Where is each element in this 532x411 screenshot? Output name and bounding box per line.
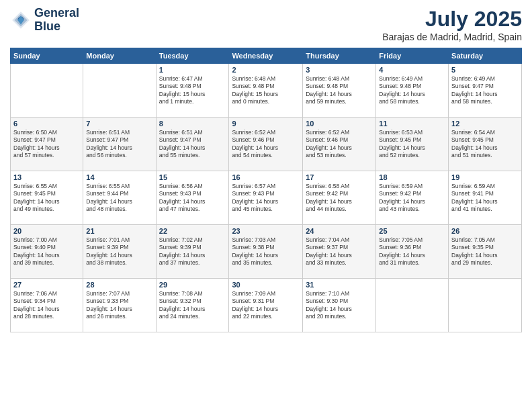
calendar-day-cell [83, 64, 156, 118]
day-info: Sunrise: 7:00 AM Sunset: 9:40 PM Dayligh… [13, 236, 80, 267]
day-number: 3 [306, 66, 373, 74]
day-number: 21 [86, 227, 152, 235]
day-info: Sunrise: 7:04 AM Sunset: 9:37 PM Dayligh… [306, 236, 373, 267]
day-info: Sunrise: 6:55 AM Sunset: 9:45 PM Dayligh… [13, 183, 80, 214]
location-title: Barajas de Madrid, Madrid, Spain [382, 32, 522, 42]
month-title: July 2025 [382, 7, 522, 32]
day-info: Sunrise: 6:55 AM Sunset: 9:44 PM Dayligh… [86, 183, 152, 214]
calendar-header-cell: Saturday [449, 48, 522, 64]
day-info: Sunrise: 7:06 AM Sunset: 9:34 PM Dayligh… [13, 290, 80, 321]
day-info: Sunrise: 6:51 AM Sunset: 9:47 PM Dayligh… [159, 129, 226, 160]
day-number: 29 [159, 281, 226, 289]
day-info: Sunrise: 6:53 AM Sunset: 9:45 PM Dayligh… [379, 129, 445, 160]
logo: General Blue [10, 7, 79, 34]
day-info: Sunrise: 6:49 AM Sunset: 9:48 PM Dayligh… [379, 75, 445, 106]
calendar-day-cell: 12Sunrise: 6:54 AM Sunset: 9:45 PM Dayli… [449, 118, 522, 171]
day-number: 16 [232, 173, 300, 181]
header: General Blue July 2025 Barajas de Madrid… [10, 7, 522, 42]
day-number: 8 [159, 120, 226, 128]
calendar-day-cell: 27Sunrise: 7:06 AM Sunset: 9:34 PM Dayli… [11, 279, 83, 332]
calendar-week-row: 13Sunrise: 6:55 AM Sunset: 9:45 PM Dayli… [11, 171, 522, 225]
calendar-day-cell: 26Sunrise: 7:05 AM Sunset: 9:35 PM Dayli… [449, 225, 522, 279]
calendar-day-cell: 13Sunrise: 6:55 AM Sunset: 9:45 PM Dayli… [11, 171, 83, 225]
calendar-day-cell: 7Sunrise: 6:51 AM Sunset: 9:47 PM Daylig… [83, 118, 156, 171]
calendar-day-cell: 22Sunrise: 7:02 AM Sunset: 9:39 PM Dayli… [156, 225, 229, 279]
day-info: Sunrise: 7:05 AM Sunset: 9:35 PM Dayligh… [451, 236, 519, 267]
day-info: Sunrise: 7:03 AM Sunset: 9:38 PM Dayligh… [232, 236, 300, 267]
day-number: 19 [451, 173, 519, 181]
day-number: 26 [451, 227, 519, 235]
title-block: July 2025 Barajas de Madrid, Madrid, Spa… [382, 7, 522, 42]
day-number: 9 [232, 120, 300, 128]
calendar-day-cell: 1Sunrise: 6:47 AM Sunset: 9:48 PM Daylig… [156, 64, 229, 118]
day-info: Sunrise: 7:10 AM Sunset: 9:30 PM Dayligh… [306, 290, 373, 321]
day-number: 31 [306, 281, 373, 289]
calendar-day-cell: 5Sunrise: 6:49 AM Sunset: 9:47 PM Daylig… [449, 64, 522, 118]
day-info: Sunrise: 6:51 AM Sunset: 9:47 PM Dayligh… [86, 129, 152, 160]
day-info: Sunrise: 7:01 AM Sunset: 9:39 PM Dayligh… [86, 236, 152, 267]
day-info: Sunrise: 6:52 AM Sunset: 9:46 PM Dayligh… [232, 129, 300, 160]
day-number: 18 [379, 173, 445, 181]
calendar-day-cell: 16Sunrise: 6:57 AM Sunset: 9:43 PM Dayli… [229, 171, 303, 225]
calendar-week-row: 27Sunrise: 7:06 AM Sunset: 9:34 PM Dayli… [11, 279, 522, 332]
day-number: 23 [232, 227, 300, 235]
day-number: 10 [306, 120, 373, 128]
day-number: 22 [159, 227, 226, 235]
day-info: Sunrise: 7:09 AM Sunset: 9:31 PM Dayligh… [232, 290, 300, 321]
calendar-header-cell: Tuesday [156, 48, 229, 64]
day-info: Sunrise: 6:58 AM Sunset: 9:42 PM Dayligh… [306, 183, 373, 214]
day-number: 20 [13, 227, 80, 235]
day-number: 27 [13, 281, 80, 289]
calendar-day-cell: 6Sunrise: 6:50 AM Sunset: 9:47 PM Daylig… [11, 118, 83, 171]
day-number: 15 [159, 173, 226, 181]
day-info: Sunrise: 6:54 AM Sunset: 9:45 PM Dayligh… [451, 129, 519, 160]
calendar-day-cell: 15Sunrise: 6:56 AM Sunset: 9:43 PM Dayli… [156, 171, 229, 225]
calendar-header-cell: Monday [83, 48, 156, 64]
day-number: 2 [232, 66, 300, 74]
day-number: 12 [451, 120, 519, 128]
calendar-day-cell: 18Sunrise: 6:59 AM Sunset: 9:42 PM Dayli… [376, 171, 449, 225]
logo-line2: Blue [34, 20, 79, 34]
calendar-day-cell: 14Sunrise: 6:55 AM Sunset: 9:44 PM Dayli… [83, 171, 156, 225]
day-info: Sunrise: 6:52 AM Sunset: 9:46 PM Dayligh… [306, 129, 373, 160]
day-number: 11 [379, 120, 445, 128]
calendar-header-cell: Wednesday [229, 48, 303, 64]
calendar-table: SundayMondayTuesdayWednesdayThursdayFrid… [10, 48, 522, 332]
day-number: 28 [86, 281, 152, 289]
calendar-day-cell: 11Sunrise: 6:53 AM Sunset: 9:45 PM Dayli… [376, 118, 449, 171]
calendar-header-cell: Thursday [303, 48, 376, 64]
calendar-week-row: 20Sunrise: 7:00 AM Sunset: 9:40 PM Dayli… [11, 225, 522, 279]
day-info: Sunrise: 7:08 AM Sunset: 9:32 PM Dayligh… [159, 290, 226, 321]
day-info: Sunrise: 7:07 AM Sunset: 9:33 PM Dayligh… [86, 290, 152, 321]
day-info: Sunrise: 6:59 AM Sunset: 9:41 PM Dayligh… [451, 183, 519, 214]
day-info: Sunrise: 6:57 AM Sunset: 9:43 PM Dayligh… [232, 183, 300, 214]
calendar-day-cell: 20Sunrise: 7:00 AM Sunset: 9:40 PM Dayli… [11, 225, 83, 279]
calendar-day-cell [376, 279, 449, 332]
calendar-day-cell: 29Sunrise: 7:08 AM Sunset: 9:32 PM Dayli… [156, 279, 229, 332]
calendar-day-cell: 10Sunrise: 6:52 AM Sunset: 9:46 PM Dayli… [303, 118, 376, 171]
logo-icon [10, 9, 32, 31]
calendar-body: 1Sunrise: 6:47 AM Sunset: 9:48 PM Daylig… [11, 64, 522, 332]
day-number: 7 [86, 120, 152, 128]
day-info: Sunrise: 7:02 AM Sunset: 9:39 PM Dayligh… [159, 236, 226, 267]
day-number: 4 [379, 66, 445, 74]
day-info: Sunrise: 6:47 AM Sunset: 9:48 PM Dayligh… [159, 75, 226, 106]
day-info: Sunrise: 6:50 AM Sunset: 9:47 PM Dayligh… [13, 129, 80, 160]
calendar-week-row: 6Sunrise: 6:50 AM Sunset: 9:47 PM Daylig… [11, 118, 522, 171]
calendar-day-cell: 24Sunrise: 7:04 AM Sunset: 9:37 PM Dayli… [303, 225, 376, 279]
calendar-day-cell: 28Sunrise: 7:07 AM Sunset: 9:33 PM Dayli… [83, 279, 156, 332]
day-info: Sunrise: 6:48 AM Sunset: 9:48 PM Dayligh… [232, 75, 300, 106]
calendar-day-cell: 21Sunrise: 7:01 AM Sunset: 9:39 PM Dayli… [83, 225, 156, 279]
day-number: 14 [86, 173, 152, 181]
calendar-day-cell: 31Sunrise: 7:10 AM Sunset: 9:30 PM Dayli… [303, 279, 376, 332]
day-info: Sunrise: 6:56 AM Sunset: 9:43 PM Dayligh… [159, 183, 226, 214]
calendar-day-cell [11, 64, 83, 118]
day-number: 25 [379, 227, 445, 235]
calendar-day-cell: 2Sunrise: 6:48 AM Sunset: 9:48 PM Daylig… [229, 64, 303, 118]
page: General Blue July 2025 Barajas de Madrid… [0, 0, 532, 411]
day-info: Sunrise: 6:49 AM Sunset: 9:47 PM Dayligh… [451, 75, 519, 106]
logo-text: General Blue [34, 7, 79, 34]
calendar-week-row: 1Sunrise: 6:47 AM Sunset: 9:48 PM Daylig… [11, 64, 522, 118]
calendar-day-cell: 25Sunrise: 7:05 AM Sunset: 9:36 PM Dayli… [376, 225, 449, 279]
calendar-day-cell: 17Sunrise: 6:58 AM Sunset: 9:42 PM Dayli… [303, 171, 376, 225]
